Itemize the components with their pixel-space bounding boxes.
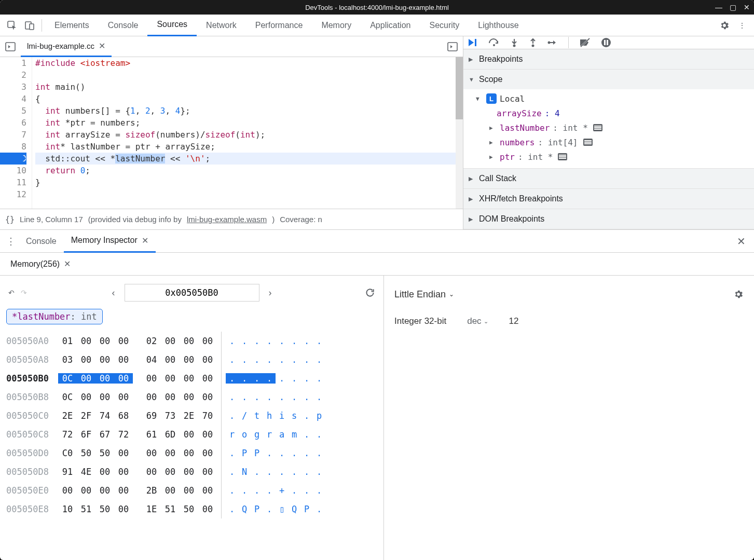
refresh-icon[interactable] bbox=[365, 288, 375, 298]
navigator-toggle-icon[interactable] bbox=[0, 42, 21, 51]
cursor-position: Line 9, Column 17 bbox=[20, 215, 83, 224]
maximize-icon[interactable]: ▢ bbox=[730, 3, 736, 11]
svg-point-6 bbox=[493, 44, 495, 46]
svg-rect-13 bbox=[604, 40, 606, 45]
source-file-tab[interactable]: lmi-bug-example.cc ✕ bbox=[21, 36, 112, 57]
drawer-tab-memory-inspector[interactable]: Memory Inspector ✕ bbox=[64, 230, 156, 253]
svg-point-8 bbox=[532, 45, 534, 47]
scope-local[interactable]: ▼LLocal bbox=[476, 91, 754, 106]
window-title: DevTools - localhost:4000/lmi-bug-exampl… bbox=[305, 4, 449, 11]
svg-rect-14 bbox=[607, 40, 608, 45]
drawer-tab-console[interactable]: Console bbox=[19, 230, 64, 253]
drawer-tab-bar: ⋮ Console Memory Inspector ✕ ✕ bbox=[0, 230, 754, 253]
hex-viewer[interactable]: 005050A00100000002000000........005050A8… bbox=[6, 332, 377, 518]
interp-value: 12 bbox=[509, 316, 519, 326]
pretty-print-icon[interactable]: {} bbox=[5, 215, 15, 224]
section-xhr[interactable]: ▶XHR/fetch Breakpoints bbox=[463, 189, 754, 209]
next-page-icon[interactable]: › bbox=[269, 288, 272, 298]
more-tabs-icon[interactable] bbox=[442, 42, 463, 51]
memory-icon[interactable] bbox=[558, 153, 567, 160]
step-into-icon[interactable] bbox=[510, 38, 518, 47]
resume-icon[interactable] bbox=[468, 38, 478, 47]
tab-performance[interactable]: Performance bbox=[246, 15, 312, 36]
device-toggle-icon[interactable] bbox=[21, 17, 38, 34]
debug-toolbar bbox=[463, 36, 754, 49]
chevron-down-icon: ⌄ bbox=[449, 291, 454, 298]
close-icon[interactable]: ✕ bbox=[142, 236, 148, 245]
svg-point-7 bbox=[513, 45, 516, 47]
minimize-icon[interactable]: — bbox=[715, 3, 722, 11]
editor-status-bar: {} Line 9, Column 17 (provided via debug… bbox=[0, 209, 463, 229]
endian-select[interactable]: Little Endian ⌄ bbox=[394, 289, 454, 300]
source-filename: lmi-bug-example.cc bbox=[27, 42, 94, 50]
close-icon[interactable]: ✕ bbox=[64, 259, 71, 269]
redo-icon[interactable]: ↷ bbox=[21, 289, 27, 297]
memory-instance-tab[interactable]: Memory(256) ✕ bbox=[5, 253, 76, 276]
wasm-link[interactable]: lmi-bug-example.wasm bbox=[187, 215, 267, 224]
tab-sources[interactable]: Sources bbox=[147, 15, 197, 36]
step-out-icon[interactable] bbox=[529, 38, 537, 47]
svg-point-12 bbox=[601, 38, 611, 47]
tab-lighthouse[interactable]: Lighthouse bbox=[469, 15, 528, 36]
more-menu-icon[interactable]: ⋮ bbox=[733, 17, 751, 34]
titlebar: DevTools - localhost:4000/lmi-bug-exampl… bbox=[0, 0, 754, 15]
svg-rect-2 bbox=[30, 24, 34, 30]
format-select[interactable]: dec⌄ bbox=[467, 316, 488, 326]
code-editor[interactable]: 1234 5678 9101112 #include <iostream> in… bbox=[0, 57, 463, 209]
section-callstack[interactable]: ▶Call Stack bbox=[463, 169, 754, 188]
section-dom[interactable]: ▶DOM Breakpoints bbox=[463, 209, 754, 229]
close-tab-icon[interactable]: ✕ bbox=[99, 41, 105, 51]
step-icon[interactable] bbox=[547, 39, 558, 46]
highlight-chip[interactable]: *lastNumber: int bbox=[6, 309, 103, 324]
tab-elements[interactable]: Elements bbox=[45, 15, 99, 36]
prev-page-icon[interactable]: ‹ bbox=[112, 288, 115, 298]
interp-type: Integer 32-bit bbox=[394, 316, 446, 326]
tab-application[interactable]: Application bbox=[361, 15, 420, 36]
tab-console[interactable]: Console bbox=[99, 15, 148, 36]
var-numbers[interactable]: ▶numbers: int[4] bbox=[476, 135, 754, 149]
settings-icon[interactable] bbox=[716, 17, 733, 34]
svg-rect-5 bbox=[475, 39, 476, 46]
interp-settings-icon[interactable] bbox=[733, 289, 744, 299]
drawer-menu-icon[interactable]: ⋮ bbox=[3, 236, 19, 247]
tab-network[interactable]: Network bbox=[197, 15, 246, 36]
pause-exceptions-icon[interactable] bbox=[601, 37, 611, 48]
var-ptr[interactable]: ▶ptr: int * bbox=[476, 149, 754, 164]
main-tab-bar: Elements Console Sources Network Perform… bbox=[0, 15, 754, 36]
svg-point-9 bbox=[548, 42, 551, 44]
close-window-icon[interactable]: ✕ bbox=[744, 3, 750, 11]
var-lastnumber[interactable]: ▶lastNumber: int * bbox=[476, 120, 754, 135]
inspect-icon[interactable] bbox=[3, 17, 21, 34]
tab-memory[interactable]: Memory bbox=[312, 15, 361, 36]
memory-icon[interactable] bbox=[583, 139, 593, 146]
deactivate-breakpoints-icon[interactable] bbox=[579, 38, 591, 47]
address-input[interactable] bbox=[125, 284, 259, 302]
drawer-close-icon[interactable]: ✕ bbox=[732, 235, 751, 248]
scrollbar[interactable] bbox=[456, 57, 463, 209]
section-breakpoints[interactable]: ▶Breakpoints bbox=[463, 49, 754, 69]
tab-security[interactable]: Security bbox=[420, 15, 469, 36]
var-arraysize[interactable]: arraySize: 4 bbox=[476, 106, 754, 120]
undo-icon[interactable]: ↶ bbox=[8, 289, 15, 297]
memory-icon[interactable] bbox=[593, 124, 602, 131]
step-over-icon[interactable] bbox=[488, 38, 500, 47]
section-scope[interactable]: ▼Scope bbox=[463, 70, 754, 89]
coverage-label: Coverage: n bbox=[280, 215, 322, 224]
